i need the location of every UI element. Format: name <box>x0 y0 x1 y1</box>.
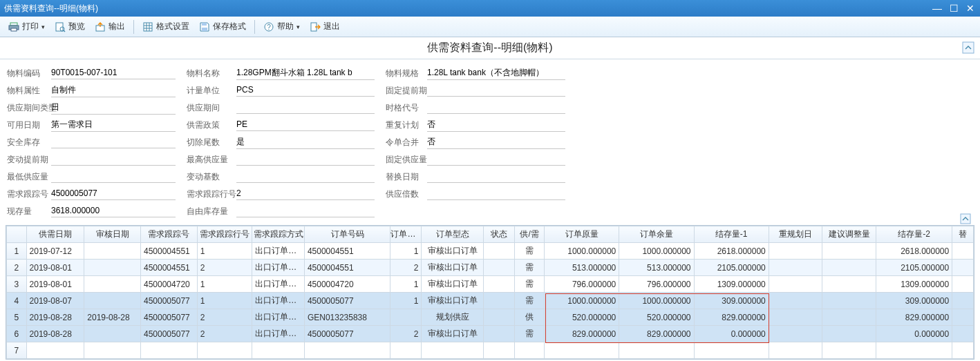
export-button[interactable]: 输出 <box>91 19 129 35</box>
cell[interactable]: 4500004551 <box>141 260 198 276</box>
cell[interactable]: 796.000000 <box>619 276 694 293</box>
close-icon[interactable]: ✕ <box>965 3 976 13</box>
var-leadtime-field[interactable] <box>51 153 176 166</box>
cell[interactable]: 0.000000 <box>876 326 952 342</box>
cell[interactable] <box>952 276 974 293</box>
merge-order-field[interactable]: 否 <box>427 136 565 149</box>
cell[interactable]: 4500005077 <box>141 326 198 342</box>
repeat-plan-field[interactable]: 否 <box>427 119 565 132</box>
col-header[interactable]: 供需日期 <box>26 226 84 243</box>
cell[interactable] <box>769 243 822 260</box>
material-name-field[interactable]: 1.28GPM翻斗水箱 1.28L tank b <box>236 67 375 80</box>
cell[interactable] <box>876 342 952 359</box>
cell[interactable]: 2 <box>197 260 252 276</box>
save-format-button[interactable]: 保存格式 <box>195 19 250 35</box>
cell[interactable]: 需 <box>515 326 545 342</box>
collapse-up-icon[interactable] <box>960 213 971 224</box>
table-row[interactable]: 22019-08-0145000045512出口订单行号45000045512审… <box>7 260 974 276</box>
cell[interactable] <box>952 342 974 359</box>
cell[interactable] <box>822 342 876 359</box>
var-base-field[interactable] <box>236 170 375 183</box>
cell[interactable] <box>84 326 141 342</box>
cell[interactable] <box>84 243 141 260</box>
cell[interactable] <box>252 342 305 359</box>
cell[interactable] <box>822 260 876 276</box>
cell[interactable]: 4500004551 <box>141 243 198 260</box>
cut-tail-field[interactable]: 是 <box>236 136 375 149</box>
maximize-icon[interactable]: ☐ <box>948 3 959 13</box>
cell[interactable]: 1309.000000 <box>876 276 952 293</box>
row-number[interactable]: 7 <box>7 342 27 359</box>
supply-period-field[interactable] <box>236 101 375 114</box>
col-header[interactable]: 订单原量 <box>545 226 619 243</box>
exit-button[interactable]: 退出 <box>305 19 344 35</box>
col-header[interactable]: 供/需 <box>515 226 545 243</box>
row-number[interactable]: 5 <box>7 309 27 326</box>
avail-date-field[interactable]: 第一需求日 <box>51 119 176 132</box>
cell[interactable]: GEN013235838 <box>304 309 390 326</box>
cell[interactable] <box>484 309 515 326</box>
safety-stock-field[interactable] <box>51 136 176 148</box>
row-number[interactable]: 6 <box>7 326 27 342</box>
min-supply-field[interactable] <box>51 170 176 183</box>
cell[interactable] <box>484 276 515 293</box>
col-header[interactable]: 状态 <box>484 226 515 243</box>
cell[interactable]: 0.000000 <box>694 326 769 342</box>
fixed-supply-field[interactable] <box>427 153 565 166</box>
col-header[interactable]: 订单余量 <box>619 226 694 243</box>
print-button[interactable]: 打印 ▾ <box>4 19 49 35</box>
cell[interactable]: 1 <box>197 276 252 293</box>
cell[interactable]: 2618.000000 <box>876 243 952 260</box>
cell[interactable] <box>769 309 822 326</box>
table-row[interactable]: 32019-08-0145000047201出口订单行号45000047201审… <box>7 276 974 293</box>
cell[interactable]: 出口订单行号 <box>252 243 305 260</box>
row-number[interactable]: 4 <box>7 293 27 309</box>
cell[interactable]: 1000.000000 <box>619 243 694 260</box>
minimize-icon[interactable]: — <box>932 3 943 13</box>
cell[interactable] <box>484 243 515 260</box>
cell[interactable]: 2 <box>390 260 422 276</box>
cell[interactable] <box>769 326 822 342</box>
cell[interactable] <box>952 243 974 260</box>
cell[interactable]: 4500005077 <box>304 326 390 342</box>
cell[interactable] <box>84 342 141 359</box>
data-grid[interactable]: 供需日期 审核日期 需求跟踪号 需求跟踪行号 需求跟踪方式 订单号码 订单行号 … <box>6 226 974 359</box>
cell[interactable]: 4500004720 <box>304 276 390 293</box>
cell[interactable]: 需 <box>515 293 545 309</box>
cell[interactable] <box>197 342 252 359</box>
col-header[interactable]: 替 <box>952 226 974 243</box>
cell[interactable]: 2019-08-28 <box>26 309 84 326</box>
cell[interactable]: 需 <box>515 276 545 293</box>
policy-field[interactable]: PE <box>236 119 375 131</box>
cell[interactable]: 2019-07-12 <box>26 243 84 260</box>
time-code-field[interactable] <box>427 101 565 114</box>
help-button[interactable]: ? 帮助 ▾ <box>259 19 304 35</box>
cell[interactable] <box>822 293 876 309</box>
cell[interactable]: 需 <box>515 243 545 260</box>
cell[interactable] <box>484 342 515 359</box>
cell[interactable]: 审核出口订单 <box>422 260 484 276</box>
fixed-leadtime-field[interactable] <box>427 84 565 97</box>
cell[interactable]: 4500004551 <box>304 243 390 260</box>
col-header[interactable]: 需求跟踪行号 <box>197 226 252 243</box>
cell[interactable] <box>822 276 876 293</box>
table-row[interactable]: 42019-08-0745000050771出口订单行号45000050771审… <box>7 293 974 309</box>
cell[interactable]: 审核出口订单 <box>422 276 484 293</box>
cell[interactable] <box>26 342 84 359</box>
cell[interactable]: 796.000000 <box>545 276 619 293</box>
cell[interactable] <box>484 260 515 276</box>
cell[interactable]: 4500004720 <box>141 276 198 293</box>
track-no-field[interactable]: 4500005077 <box>51 188 176 200</box>
col-header[interactable]: 订单行号 <box>390 226 422 243</box>
supply-mult-field[interactable] <box>427 188 565 200</box>
preview-button[interactable]: 预览 <box>50 19 89 35</box>
row-number[interactable]: 2 <box>7 260 27 276</box>
rownum-header[interactable] <box>7 226 27 243</box>
cell[interactable] <box>390 342 422 359</box>
cell[interactable] <box>952 293 974 309</box>
row-number[interactable]: 3 <box>7 276 27 293</box>
cell[interactable]: 513.000000 <box>619 260 694 276</box>
cell[interactable]: 2618.000000 <box>694 243 769 260</box>
cell[interactable] <box>484 326 515 342</box>
cell[interactable]: 1 <box>197 243 252 260</box>
